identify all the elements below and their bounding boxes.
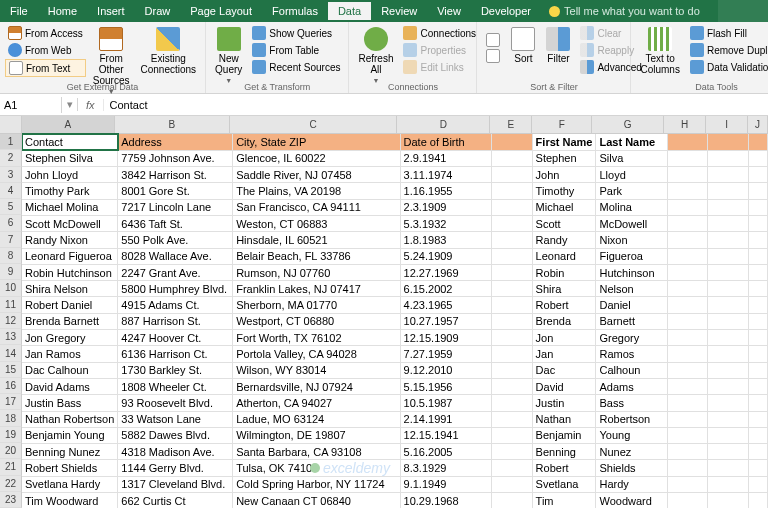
cell[interactable] [492, 313, 532, 329]
cell[interactable]: Brenda [532, 313, 596, 329]
name-box-dropdown[interactable]: ▾ [62, 98, 78, 111]
show-queries-button[interactable]: Show Queries [249, 25, 343, 41]
row-header[interactable]: 2 [0, 150, 22, 166]
cell[interactable]: Dac Calhoun [22, 362, 118, 378]
cell[interactable]: 2.9.1941 [400, 150, 492, 166]
cell[interactable] [748, 411, 767, 427]
tab-formulas[interactable]: Formulas [262, 2, 328, 20]
cell[interactable] [492, 248, 532, 264]
cell[interactable] [748, 199, 767, 215]
cell[interactable]: Calhoun [596, 362, 668, 378]
cell[interactable]: 10.27.1957 [400, 313, 492, 329]
cell[interactable]: New Canaan CT 06840 [233, 493, 400, 508]
cell[interactable] [708, 199, 748, 215]
cell[interactable] [492, 476, 532, 492]
cell[interactable] [748, 150, 767, 166]
cell[interactable] [492, 346, 532, 362]
cell[interactable]: Svetlana [532, 476, 596, 492]
properties-button[interactable]: Properties [400, 42, 479, 58]
cell[interactable]: Last Name [596, 134, 668, 150]
cell[interactable] [668, 378, 708, 394]
cell[interactable] [492, 378, 532, 394]
cell[interactable] [668, 215, 708, 231]
cell[interactable]: 1730 Barkley St. [118, 362, 233, 378]
cell[interactable]: 5.15.1956 [400, 378, 492, 394]
cell[interactable]: 7.27.1959 [400, 346, 492, 362]
tab-home[interactable]: Home [38, 2, 87, 20]
tab-draw[interactable]: Draw [135, 2, 181, 20]
cell[interactable]: 5800 Humphrey Blvd. [118, 281, 233, 297]
cell[interactable] [492, 199, 532, 215]
cell[interactable]: Tim Woodward [22, 493, 118, 508]
cell[interactable] [748, 427, 767, 443]
cell[interactable]: Robert Shields [22, 460, 118, 476]
cell[interactable]: Jan Ramos [22, 346, 118, 362]
cell[interactable]: Silva [596, 150, 668, 166]
cell[interactable] [668, 444, 708, 460]
cell[interactable]: 33 Watson Lane [118, 411, 233, 427]
cell[interactable] [708, 183, 748, 199]
cell[interactable]: Fort Worth, TX 76102 [233, 330, 400, 346]
cell[interactable]: 4247 Hoover Ct. [118, 330, 233, 346]
cell[interactable] [748, 346, 767, 362]
cell[interactable] [748, 281, 767, 297]
row-header[interactable]: 20 [0, 443, 22, 459]
row-header[interactable]: 1 [0, 134, 22, 150]
fx-icon[interactable]: fx [78, 99, 104, 111]
from-access-button[interactable]: From Access [5, 25, 86, 41]
cell[interactable]: 4318 Madison Ave. [118, 444, 233, 460]
cell[interactable]: Glencoe, IL 60022 [233, 150, 400, 166]
cell[interactable]: Scott McDowell [22, 215, 118, 231]
row-header[interactable]: 19 [0, 427, 22, 443]
cell[interactable] [708, 378, 748, 394]
cell[interactable]: Date of Birth [400, 134, 492, 150]
cell[interactable] [748, 183, 767, 199]
cell[interactable]: Contact [22, 134, 118, 150]
column-header[interactable]: G [592, 116, 664, 134]
cell[interactable]: Gregory [596, 330, 668, 346]
row-header[interactable]: 11 [0, 297, 22, 313]
cell[interactable]: Robert Daniel [22, 297, 118, 313]
cell[interactable]: Hutchinson [596, 264, 668, 280]
column-header[interactable]: B [115, 116, 230, 134]
cell-grid[interactable]: ContactAddressCity, State ZIPDate of Bir… [22, 134, 768, 508]
cell[interactable]: Saddle River, NJ 07458 [233, 167, 400, 183]
cell[interactable] [708, 427, 748, 443]
cell[interactable] [748, 444, 767, 460]
row-header[interactable]: 16 [0, 378, 22, 394]
cell[interactable] [668, 167, 708, 183]
cell[interactable]: Nixon [596, 232, 668, 248]
cell[interactable]: Figueroa [596, 248, 668, 264]
cell[interactable]: 887 Harrison St. [118, 313, 233, 329]
cell[interactable]: Franklin Lakes, NJ 07417 [233, 281, 400, 297]
cell[interactable]: 5.16.2005 [400, 444, 492, 460]
tab-data[interactable]: Data [328, 2, 371, 20]
cell[interactable] [748, 134, 767, 150]
cell[interactable] [708, 330, 748, 346]
cell[interactable]: 662 Curtis Ct [118, 493, 233, 508]
cell[interactable]: 3.11.1974 [400, 167, 492, 183]
cell[interactable]: Bass [596, 395, 668, 411]
cell[interactable] [668, 330, 708, 346]
cell[interactable]: Shira [532, 281, 596, 297]
cell[interactable] [492, 232, 532, 248]
cell[interactable] [492, 411, 532, 427]
cell[interactable] [708, 460, 748, 476]
cell[interactable] [668, 493, 708, 508]
cell[interactable] [708, 362, 748, 378]
cell[interactable]: 4.23.1965 [400, 297, 492, 313]
cell[interactable]: 6436 Taft St. [118, 215, 233, 231]
cell[interactable]: David Adams [22, 378, 118, 394]
cell[interactable]: Cold Spring Harbor, NY 11724 [233, 476, 400, 492]
tab-review[interactable]: Review [371, 2, 427, 20]
tab-view[interactable]: View [427, 2, 471, 20]
cell[interactable]: Westport, CT 06880 [233, 313, 400, 329]
cell[interactable] [708, 346, 748, 362]
recent-sources-button[interactable]: Recent Sources [249, 59, 343, 75]
cell[interactable]: 3842 Harrison St. [118, 167, 233, 183]
cell[interactable] [668, 395, 708, 411]
cell[interactable]: Bernardsville, NJ 07924 [233, 378, 400, 394]
cell[interactable]: 8.3.1929 [400, 460, 492, 476]
cell[interactable] [708, 248, 748, 264]
cell[interactable]: 9.12.2010 [400, 362, 492, 378]
